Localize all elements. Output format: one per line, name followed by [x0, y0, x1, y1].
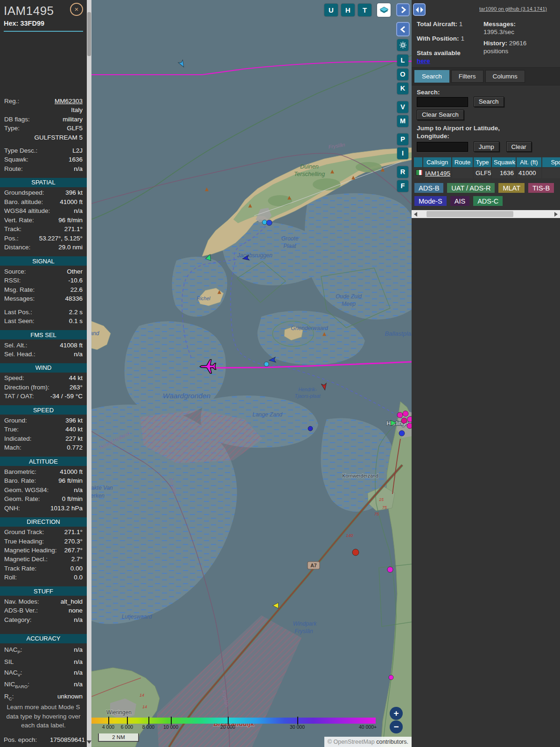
layer-button-k[interactable]: K — [397, 83, 408, 94]
layer-button-i[interactable]: I — [397, 148, 408, 159]
callsign-cell[interactable]: IAM1495 — [423, 168, 451, 178]
column-header[interactable]: Squawk — [492, 157, 516, 167]
legend-chip-ads-c[interactable]: ADS-C — [473, 196, 503, 206]
column-header[interactable]: Route — [452, 157, 473, 167]
map-button-t[interactable]: T — [358, 4, 371, 16]
layer-button-p[interactable]: P — [397, 134, 408, 145]
stats-here-link[interactable]: here — [417, 57, 430, 64]
scroll-left-icon[interactable] — [414, 212, 417, 217]
sidebar-scrollbar-thumb[interactable] — [87, 12, 91, 56]
legend-chip-mlat[interactable]: MLAT — [498, 183, 525, 193]
search-button[interactable]: Search — [474, 97, 504, 107]
data-row-label: Baro. altitude: — [4, 198, 43, 206]
jump-clear-button[interactable]: Clear — [506, 141, 532, 152]
collapse-sidebar-button[interactable] — [396, 22, 410, 36]
vessel-marker[interactable] — [264, 362, 269, 366]
vessel-marker[interactable] — [387, 567, 393, 572]
data-row-label: Groundspeed: — [4, 189, 44, 197]
map-canvas[interactable]: DuinenTerschellingFryslânGrootePlaatJaco… — [91, 0, 412, 747]
layer-button-v[interactable]: V — [397, 101, 408, 113]
layer-button-f[interactable]: F — [397, 180, 408, 192]
legend-chip-mode-s[interactable]: Mode-S — [414, 196, 447, 206]
data-row-value: n/a — [74, 646, 83, 654]
vessel-marker[interactable] — [266, 220, 272, 226]
vessel-marker[interactable] — [397, 412, 403, 418]
vessel-marker[interactable] — [403, 411, 408, 416]
jump-button[interactable]: Jump — [474, 141, 499, 152]
data-section: ACCURACYNACP:n/aSILn/aNACV:n/aNICBARO:n/… — [0, 634, 87, 703]
route-cell — [452, 168, 473, 178]
road-shield-label: A7 — [310, 563, 317, 568]
map-button-h[interactable]: H — [341, 4, 355, 16]
vessel-marker[interactable] — [308, 426, 313, 431]
epoch-dropdown-caret-icon[interactable] — [87, 740, 91, 744]
tab-search[interactable]: Search — [414, 70, 449, 83]
resize-panel-button[interactable] — [413, 3, 426, 16]
data-row-value: unknown — [57, 693, 83, 700]
table-horizontal-scrollbar[interactable] — [412, 210, 560, 218]
legend-chip-ais[interactable]: AIS — [450, 196, 469, 206]
gear-icon — [399, 41, 407, 49]
column-header[interactable] — [414, 157, 422, 167]
data-row-label: Msg. Rate: — [4, 286, 35, 294]
legend-chip-ads-b[interactable]: ADS-B — [414, 183, 443, 193]
data-row: ADS-B Ver.:none — [0, 606, 87, 615]
data-row-value: alt_hold — [61, 598, 83, 606]
vessel-marker[interactable] — [262, 220, 267, 225]
data-row-value: 44 kt — [69, 374, 83, 382]
vessel-marker[interactable] — [352, 549, 359, 556]
data-row-value[interactable]: MM62303 — [55, 98, 83, 105]
scrollbar-thumb[interactable] — [427, 211, 513, 217]
data-row-value: n/a — [74, 351, 83, 358]
sidebar-scrollbar[interactable] — [87, 0, 91, 747]
data-row: Baro. Rate:96 ft/min — [0, 477, 87, 486]
layer-button-r[interactable]: R — [397, 166, 408, 178]
legend-chip-tis-b[interactable]: TIS-B — [528, 183, 554, 193]
map-label: Kerken — [91, 493, 105, 499]
map-button-u[interactable]: U — [324, 4, 338, 16]
attribution-osm[interactable]: © OpenStreetMap — [328, 739, 375, 745]
layer-button-m[interactable]: M — [397, 115, 408, 127]
scroll-right-icon[interactable] — [554, 212, 558, 217]
zoom-in-button[interactable]: + — [390, 707, 403, 720]
map-label: Fryslân — [294, 628, 313, 634]
github-version-link[interactable]: tar1090 on github (3.14.1741) — [479, 6, 547, 12]
vessel-marker[interactable] — [401, 418, 407, 423]
layer-button-l[interactable]: L — [397, 55, 408, 66]
data-row: Direction (from):263° — [0, 383, 87, 392]
column-header[interactable]: Alt. (ft) — [517, 157, 541, 167]
column-header[interactable]: Spd — [542, 157, 560, 167]
jump-input[interactable] — [417, 142, 468, 152]
road-number-label: 140 — [346, 533, 353, 538]
vessel-marker[interactable] — [389, 675, 393, 680]
data-row-label: Squawk: — [4, 156, 28, 163]
vessel-marker[interactable] — [407, 416, 412, 422]
tab-columns[interactable]: Columns — [485, 70, 525, 83]
data-row: Reg.:MM62303 — [0, 97, 87, 106]
vessel-marker[interactable] — [407, 423, 412, 429]
close-icon[interactable]: × — [70, 3, 83, 16]
section-header: SPEED — [0, 405, 87, 415]
receiver-stats: Total Aircraft: 1 With Position: 1 Stats… — [412, 20, 560, 65]
column-header[interactable]: Type — [474, 157, 491, 167]
pos-epoch-select[interactable]: Pos. epoch: 1750859641 — [0, 735, 87, 747]
jump-label: Jump to Airport or Latitude, Longitude: — [417, 124, 522, 141]
data-row: NICBARO:n/a — [0, 679, 87, 691]
data-row-value: 41000 ft — [60, 468, 83, 476]
expand-map-button[interactable] — [396, 3, 410, 16]
layer-button-o[interactable]: O — [397, 69, 408, 80]
attribution-contributors: contributors. — [376, 739, 408, 745]
column-header[interactable]: Callsign — [423, 157, 451, 167]
legend-chip-uat-ads-r[interactable]: UAT / ADS-R — [447, 183, 495, 193]
settings-button[interactable] — [397, 39, 408, 51]
zoom-out-button[interactable]: − — [390, 720, 403, 733]
layers-button[interactable] — [377, 3, 391, 17]
data-row: Barometric:41000 ft — [0, 467, 87, 476]
search-input[interactable] — [417, 97, 468, 107]
table-row[interactable]: IAM1495GLF5163641000 — [414, 168, 560, 178]
clear-search-button[interactable]: Clear Search — [417, 110, 464, 120]
search-label: Search: — [417, 89, 555, 96]
vessel-marker[interactable] — [399, 430, 405, 436]
tab-filters[interactable]: Filters — [451, 70, 483, 83]
map-label: Waardgronden — [163, 392, 210, 400]
